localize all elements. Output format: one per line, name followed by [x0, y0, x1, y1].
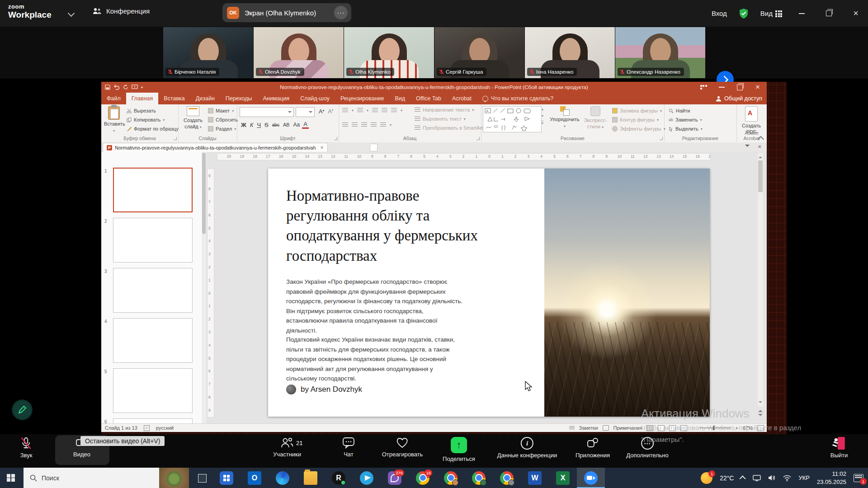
ribbon-tab-рецензирование[interactable]: Рецензирование — [335, 93, 390, 104]
fit-to-window-button[interactable] — [757, 425, 764, 431]
more-options-icon[interactable]: ··· — [334, 6, 348, 19]
ribbon-tab-файл[interactable]: Файл — [101, 93, 126, 104]
document-tab[interactable]: P Normativno-pravove-regulyuvannya-oblik… — [103, 143, 328, 152]
taskbar-app-viber-6[interactable]: 376 — [381, 468, 409, 488]
ribbon-tab-вид[interactable]: Вид — [389, 93, 410, 104]
zoom-level[interactable]: 67% — [743, 425, 753, 431]
zoom-slider[interactable] — [699, 427, 731, 428]
annotation-pencil-button[interactable] — [12, 399, 33, 420]
slide-paragraph-1[interactable]: Закон України «Про фермерське господарст… — [286, 277, 465, 336]
taskbar-app-chrome-9[interactable] — [465, 468, 493, 488]
align-buttons[interactable]: ▾ — [342, 122, 392, 127]
participant-tile-3[interactable]: Olha Klymenko — [344, 27, 434, 78]
font-button-4[interactable]: abc — [271, 122, 281, 127]
notes-button[interactable]: Заметки — [579, 425, 598, 431]
start-button[interactable] — [0, 468, 22, 488]
workspace-chevron-icon[interactable] — [68, 10, 75, 17]
tray-expand-chevron-icon[interactable] — [740, 475, 746, 482]
cut-button[interactable]: Вырезать — [127, 108, 156, 113]
ppt-close-button[interactable]: × — [749, 82, 767, 93]
taskbar-app-telegram-5[interactable] — [353, 468, 381, 488]
slide-canvas[interactable]: Нормативно-правове регулювання обліку та… — [268, 169, 710, 417]
shapes-gallery[interactable]: A { } — [483, 106, 542, 132]
shape-outline-button[interactable]: Контур фигуры▾ — [612, 117, 659, 122]
font-button-5[interactable]: АВ — [282, 122, 291, 127]
document-tab-close-icon[interactable]: × — [321, 145, 324, 151]
align-text-button[interactable]: Выровнять текст▾ — [415, 116, 466, 122]
ribbon-tab-office-tab[interactable]: Office Tab — [410, 93, 447, 104]
spellcheck-icon[interactable]: ✓ — [144, 425, 150, 431]
tab-list-dropdown-icon[interactable] — [745, 145, 750, 149]
chat-button[interactable]: Чат — [342, 437, 355, 458]
font-size-combo[interactable] — [296, 107, 315, 117]
smartart-button[interactable]: Преобразовать в SmartArt▾ — [415, 125, 487, 131]
participant-tile-2[interactable]: OlenA Dovzhyk — [254, 27, 344, 78]
minimize-button[interactable] — [794, 7, 809, 20]
taskbar-app-folder-3[interactable] — [297, 468, 325, 488]
taskbar-app-chrome-8[interactable] — [437, 468, 465, 488]
notifications-button[interactable]: 1 — [854, 474, 863, 482]
ribbon-tab-слайд-шоу[interactable]: Слайд-шоу — [295, 93, 335, 104]
justify-icon[interactable] — [371, 122, 377, 127]
reading-view-button[interactable] — [669, 425, 676, 431]
apps-button[interactable]: Приложения — [576, 437, 610, 459]
taskbar-app-rider-4[interactable]: R — [325, 468, 353, 488]
tab-bar-close-icon[interactable]: × — [758, 143, 761, 150]
ppt-restore-button[interactable] — [731, 82, 749, 93]
normal-view-button[interactable] — [646, 425, 653, 431]
clipboard-dialog-launcher[interactable] — [174, 137, 177, 140]
tab-conference[interactable]: Конференция — [93, 7, 150, 15]
ribbon-tab-вставка[interactable]: Вставка — [158, 93, 190, 104]
reset-button[interactable]: Сбросить — [208, 117, 238, 122]
ppt-minimize-button[interactable] — [712, 82, 731, 93]
leave-button[interactable]: Выйти — [830, 437, 848, 459]
screen-view-pill[interactable]: OK Экран (Olha Klymenko) ··· — [222, 3, 351, 22]
indent-increase-icon[interactable] — [382, 108, 387, 113]
taskbar-app-chrome-10[interactable] — [493, 468, 521, 488]
slide-sorter-view-button[interactable] — [658, 425, 665, 431]
format-painter-button[interactable]: Формат по образцу — [127, 126, 179, 131]
share-document-button[interactable]: Общий доступ — [716, 93, 762, 104]
collapse-ribbon-button[interactable] — [759, 135, 763, 140]
quick-styles-button[interactable]: Экспресс-стили ▾ — [581, 106, 609, 130]
display-icon[interactable] — [753, 475, 761, 481]
slide-byline[interactable]: by Arsen Dovzhyk — [286, 385, 362, 394]
slideshow-icon[interactable] — [132, 84, 138, 90]
search-highlight-image[interactable] — [159, 468, 189, 488]
slide-photo-sunset-field[interactable] — [544, 169, 710, 417]
qat-customize-icon[interactable]: ▾ — [141, 85, 143, 89]
paste-button[interactable]: Вставить ▾ — [104, 106, 124, 134]
copy-button[interactable]: Копировать▾ — [127, 117, 165, 122]
react-button[interactable]: Отреагировать — [382, 437, 423, 458]
align-center-icon[interactable] — [352, 122, 358, 127]
taskbar-app-chrome-7[interactable]: 16 — [409, 468, 437, 488]
align-left-icon[interactable] — [342, 122, 348, 127]
shape-effects-button[interactable]: Эффекты фигуры▾ — [612, 126, 665, 131]
font-button-1[interactable]: К — [249, 122, 255, 128]
participant-tile-5[interactable]: Інна Назаренко — [525, 27, 615, 78]
meeting-info-button[interactable]: i Данные конференции — [497, 437, 557, 459]
drawing-dialog-launcher[interactable] — [660, 137, 663, 140]
bullets-icon[interactable] — [342, 108, 348, 113]
task-view-button[interactable] — [195, 471, 209, 485]
ribbon-tab-дизайн[interactable]: Дизайн — [190, 93, 220, 104]
select-button[interactable]: Выделить▾ — [669, 126, 703, 131]
paragraph-dialog-launcher[interactable] — [476, 137, 480, 140]
taskbar-app-excel-12[interactable]: X — [549, 468, 577, 488]
arrange-button[interactable]: Упорядочить▾ — [549, 106, 580, 129]
section-button[interactable]: Раздел▾ — [208, 126, 236, 131]
columns-icon[interactable] — [380, 122, 386, 127]
align-right-icon[interactable] — [361, 122, 367, 127]
comments-button[interactable]: Примечания — [613, 425, 642, 431]
find-button[interactable]: Найти — [669, 108, 690, 113]
list-buttons[interactable]: ▾ ▾ ▾ — [342, 108, 402, 113]
layout-button[interactable]: Макет▾ — [208, 108, 234, 113]
shapes-scroll[interactable]: ▴▾▾ — [542, 107, 543, 125]
office-tab-icon[interactable] — [694, 82, 712, 93]
taskbar-app-apps-grid-0[interactable] — [212, 468, 241, 488]
zoom-in-button[interactable]: + — [736, 425, 738, 431]
slide-title[interactable]: Нормативно-правове регулювання обліку та… — [286, 186, 503, 266]
taskbar-app-outlook-1[interactable]: O — [241, 468, 269, 488]
redo-icon[interactable] — [123, 84, 128, 90]
restore-button[interactable] — [821, 7, 836, 20]
